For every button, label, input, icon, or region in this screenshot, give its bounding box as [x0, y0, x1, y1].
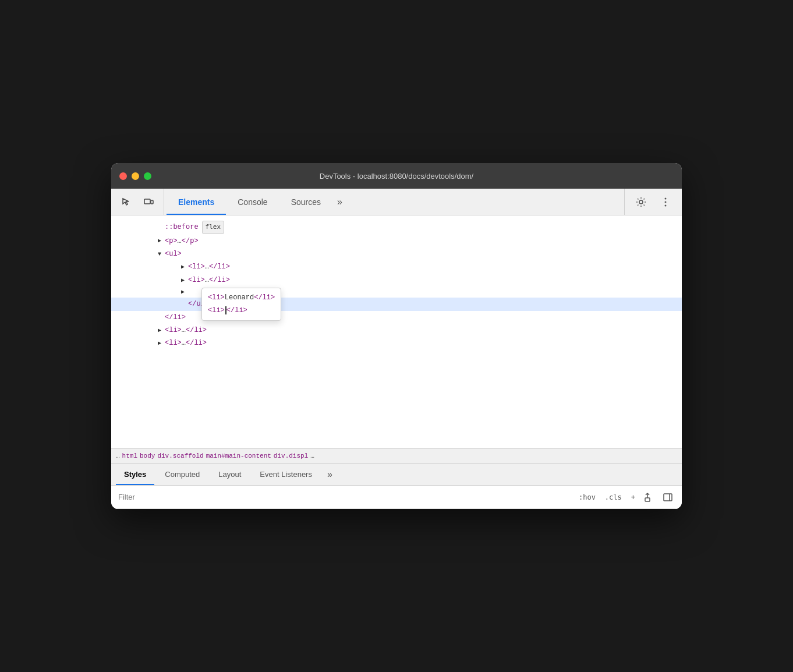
dom-li1-line: <li>…</li>	[111, 260, 682, 273]
minimize-button[interactable]	[132, 172, 139, 180]
cls-button[interactable]: .cls	[603, 492, 624, 503]
devtools-window: DevTools - localhost:8080/docs/devtools/…	[111, 163, 682, 509]
svg-rect-0	[144, 199, 150, 204]
dom-ul-open-line: <ul>	[111, 247, 682, 260]
breadcrumb-ellipsis-right[interactable]: …	[310, 452, 314, 459]
breadcrumb-main[interactable]: main#main-content	[206, 452, 271, 459]
add-style-button[interactable]: +	[629, 492, 638, 503]
arrow-li2[interactable]	[181, 275, 188, 285]
svg-rect-6	[645, 498, 650, 501]
svg-rect-1	[151, 200, 153, 204]
breadcrumb-bar: … html body div.scaffold main#main-conte…	[111, 448, 682, 464]
arrow-li4[interactable]	[158, 326, 165, 335]
autocomplete-popup[interactable]: <li>Leonard</li> <li></li>	[201, 288, 281, 321]
dom-ul-close-line: </ul>	[111, 298, 682, 310]
svg-point-4	[665, 201, 667, 203]
svg-point-2	[639, 200, 643, 204]
arrow-li1[interactable]	[181, 262, 188, 272]
breadcrumb-body[interactable]: body	[140, 452, 155, 459]
close-button[interactable]	[119, 172, 127, 180]
svg-rect-7	[664, 494, 672, 501]
inspector-icon[interactable]	[642, 490, 656, 504]
window-controls	[119, 172, 151, 180]
tab-bar: Elements Console Sources »	[164, 189, 624, 215]
breadcrumb-div-scaffold[interactable]: div.scaffold	[157, 452, 203, 459]
toggle-sidebar-icon[interactable]	[661, 490, 675, 504]
maximize-button[interactable]	[144, 172, 151, 180]
filter-bar: :hov .cls +	[111, 486, 682, 509]
tab-more-button[interactable]: »	[332, 189, 347, 215]
hov-button[interactable]: :hov	[576, 492, 598, 503]
breadcrumb-html[interactable]: html	[122, 452, 137, 459]
styles-tab-computed[interactable]: Computed	[157, 464, 208, 485]
tab-elements[interactable]: Elements	[167, 189, 226, 215]
title-bar: DevTools - localhost:8080/docs/devtools/…	[111, 163, 682, 189]
more-menu-icon[interactable]	[656, 193, 675, 211]
styles-tab-event-listeners[interactable]: Event Listeners	[252, 464, 320, 485]
styles-tab-bar: Styles Computed Layout Event Listeners »	[111, 464, 682, 486]
flex-badge[interactable]: flex	[202, 221, 225, 234]
window-title: DevTools - localhost:8080/docs/devtools/…	[320, 172, 473, 181]
settings-icon[interactable]	[632, 193, 650, 211]
tab-sources[interactable]: Sources	[279, 189, 332, 215]
toolbar-icons	[111, 189, 164, 215]
dom-li5-line: <li>…</li>	[111, 337, 682, 349]
dom-li3-line	[111, 287, 682, 298]
autocomplete-line2: <li></li>	[208, 305, 275, 317]
autocomplete-line1: <li>Leonard</li>	[208, 292, 275, 305]
arrow-p[interactable]	[158, 236, 165, 246]
filter-actions: :hov .cls +	[576, 490, 675, 504]
dom-before-line: ::before flex	[111, 220, 682, 235]
arrow-li5[interactable]	[158, 338, 165, 348]
arrow-ul[interactable]	[158, 249, 165, 259]
svg-point-5	[665, 204, 667, 206]
styles-tab-layout[interactable]: Layout	[210, 464, 249, 485]
dom-li2-line: <li>…</li>	[111, 274, 682, 287]
tab-console[interactable]: Console	[226, 189, 279, 215]
breadcrumb-div-displ[interactable]: div.displ	[274, 452, 308, 459]
toolbar-right	[624, 189, 682, 215]
styles-tab-styles[interactable]: Styles	[116, 464, 154, 485]
device-toggle-icon[interactable]	[139, 193, 158, 211]
svg-point-3	[665, 197, 667, 199]
dom-li3-container: <li>Leonard</li> <li></li>	[111, 287, 682, 298]
dom-li-close-line: </li>	[111, 311, 682, 324]
inspect-icon[interactable]	[117, 193, 136, 211]
styles-more-button[interactable]: »	[323, 464, 337, 485]
dom-panel[interactable]: ::before flex <p>…</p> <ul> <li>…</li> <…	[111, 215, 682, 448]
arrow-li3[interactable]	[181, 287, 188, 297]
breadcrumb-ellipsis-left[interactable]: …	[116, 452, 120, 459]
dom-p-line: <p>…</p>	[111, 235, 682, 247]
dom-li4-line: <li>…</li>	[111, 324, 682, 337]
toolbar: Elements Console Sources »	[111, 189, 682, 215]
filter-input[interactable]	[118, 493, 572, 501]
